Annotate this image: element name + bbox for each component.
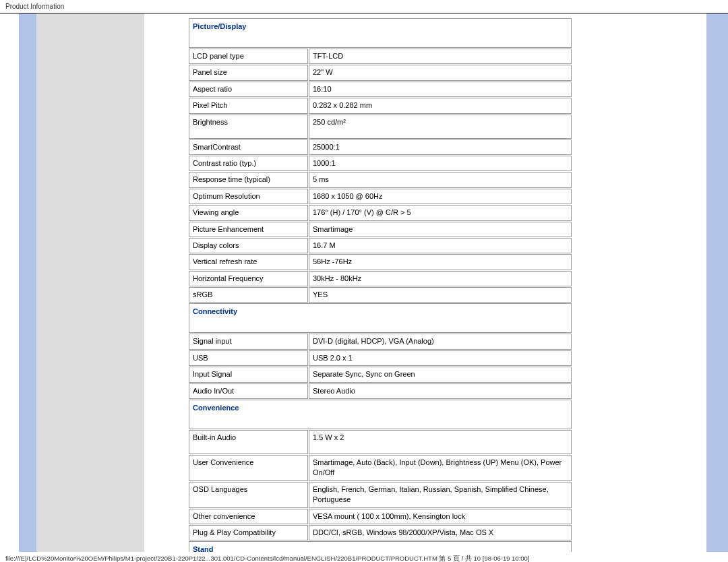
spec-value: TFT-LCD <box>309 49 572 64</box>
spec-value: 30kHz - 80kHz <box>309 271 572 286</box>
spec-value: USB 2.0 x 1 <box>309 350 572 366</box>
spec-label: Input Signal <box>189 367 308 382</box>
spec-value: Smartimage <box>309 222 572 237</box>
side-stripe-left <box>19 13 36 552</box>
spec-label: Picture Enhancement <box>189 222 308 237</box>
spec-value: Separate Sync, Sync on Green <box>309 367 572 382</box>
spec-row: sRGBYES <box>189 287 572 303</box>
page-header-title: Product Information <box>0 0 728 13</box>
section-header: Stand <box>189 541 572 552</box>
spec-label: Horizontal Frequency <box>189 271 308 286</box>
spec-label: Plug & Play Compatibility <box>189 525 308 540</box>
section-header: Picture/Display <box>189 18 572 48</box>
spec-row: Display colors16.7 M <box>189 238 572 253</box>
spec-value: Smartimage, Auto (Back), Input (Down), B… <box>309 455 572 481</box>
spec-value: 1680 x 1050 @ 60Hz <box>309 189 572 204</box>
spec-value: 16.7 M <box>309 238 572 253</box>
spec-value: Stereo Audio <box>309 383 572 399</box>
spec-value: 56Hz -76Hz <box>309 254 572 270</box>
spec-label: Brightness <box>189 115 308 139</box>
spec-row: Signal inputDVI-D (digital, HDCP), VGA (… <box>189 334 572 349</box>
spec-row: User ConvenienceSmartimage, Auto (Back),… <box>189 455 572 481</box>
spec-table: Picture/DisplayLCD panel typeTFT-LCDPane… <box>188 18 572 552</box>
spec-label: Signal input <box>189 334 308 349</box>
spec-label: Built-in Audio <box>189 430 308 454</box>
spec-value: VESA mount ( 100 x 100mm), Kensington lo… <box>309 509 572 524</box>
content-frame: Picture/DisplayLCD panel typeTFT-LCDPane… <box>0 13 728 552</box>
spec-label: Response time (typical) <box>189 172 308 187</box>
spec-row: Brightness250 cd/m² <box>189 115 572 139</box>
spec-row: SmartContrast25000:1 <box>189 139 572 155</box>
spec-label: User Convenience <box>189 455 308 481</box>
section-header: Convenience <box>189 400 572 429</box>
spec-row: Picture EnhancementSmartimage <box>189 222 572 237</box>
spec-value: 250 cd/m² <box>309 115 572 139</box>
spec-value: 25000:1 <box>309 139 572 155</box>
spec-row: Horizontal Frequency30kHz - 80kHz <box>189 271 572 286</box>
spec-label: Optimum Resolution <box>189 189 308 204</box>
spec-value: 0.282 x 0.282 mm <box>309 98 572 113</box>
spec-row: Response time (typical)5 ms <box>189 172 572 187</box>
spec-label: Aspect ratio <box>189 82 308 97</box>
spec-value: DDC/CI, sRGB, Windows 98/2000/XP/Vista, … <box>309 525 572 540</box>
spec-value: 22" W <box>309 65 572 80</box>
spec-row: Pixel Pitch0.282 x 0.282 mm <box>189 98 572 113</box>
section-header: Connectivity <box>189 303 572 333</box>
spec-row: Viewing angle176° (H) / 170° (V) @ C/R >… <box>189 205 572 220</box>
spec-label: Panel size <box>189 65 308 80</box>
spec-row: Input SignalSeparate Sync, Sync on Green <box>189 367 572 382</box>
spec-row: LCD panel typeTFT-LCD <box>189 49 572 64</box>
main-panel: Picture/DisplayLCD panel typeTFT-LCDPane… <box>144 13 703 552</box>
spec-label: LCD panel type <box>189 49 308 64</box>
spec-row: Plug & Play CompatibilityDDC/CI, sRGB, W… <box>189 525 572 540</box>
spec-label: Viewing angle <box>189 205 308 220</box>
spec-label: sRGB <box>189 287 308 303</box>
spec-label: Vertical refresh rate <box>189 254 308 270</box>
spec-row: Built-in Audio1.5 W x 2 <box>189 430 572 454</box>
spec-row: USBUSB 2.0 x 1 <box>189 350 572 366</box>
spec-label: SmartContrast <box>189 139 308 155</box>
spec-label: Contrast ratio (typ.) <box>189 156 308 171</box>
spec-row: Contrast ratio (typ.)1000:1 <box>189 156 572 171</box>
spec-value: 16:10 <box>309 82 572 97</box>
spec-value: English, French, German, Italian, Russia… <box>309 482 572 508</box>
spec-row: Aspect ratio16:10 <box>189 82 572 97</box>
spec-value: 5 ms <box>309 172 572 187</box>
spec-row: OSD LanguagesEnglish, French, German, It… <box>189 482 572 508</box>
spec-row: Optimum Resolution1680 x 1050 @ 60Hz <box>189 189 572 204</box>
spec-row: Audio In/OutStereo Audio <box>189 383 572 399</box>
footer-path: file:///E|/LCD%20Monitor%20OEM/Philips/M… <box>0 552 728 562</box>
spec-label: USB <box>189 350 308 366</box>
spec-label: Display colors <box>189 238 308 253</box>
spec-label: Pixel Pitch <box>189 98 308 113</box>
spec-value: 176° (H) / 170° (V) @ C/R > 5 <box>309 205 572 220</box>
spec-value: YES <box>309 287 572 303</box>
spec-label: Other convenience <box>189 509 308 524</box>
spec-row: Vertical refresh rate56Hz -76Hz <box>189 254 572 270</box>
spec-row: Panel size22" W <box>189 65 572 80</box>
side-stripe-right <box>706 13 728 552</box>
spec-label: OSD Languages <box>189 482 308 508</box>
side-gray-panel <box>36 13 144 552</box>
spec-row: Other convenienceVESA mount ( 100 x 100m… <box>189 509 572 524</box>
spec-value: 1000:1 <box>309 156 572 171</box>
spec-value: 1.5 W x 2 <box>309 430 572 454</box>
spec-label: Audio In/Out <box>189 383 308 399</box>
spec-value: DVI-D (digital, HDCP), VGA (Analog) <box>309 334 572 349</box>
